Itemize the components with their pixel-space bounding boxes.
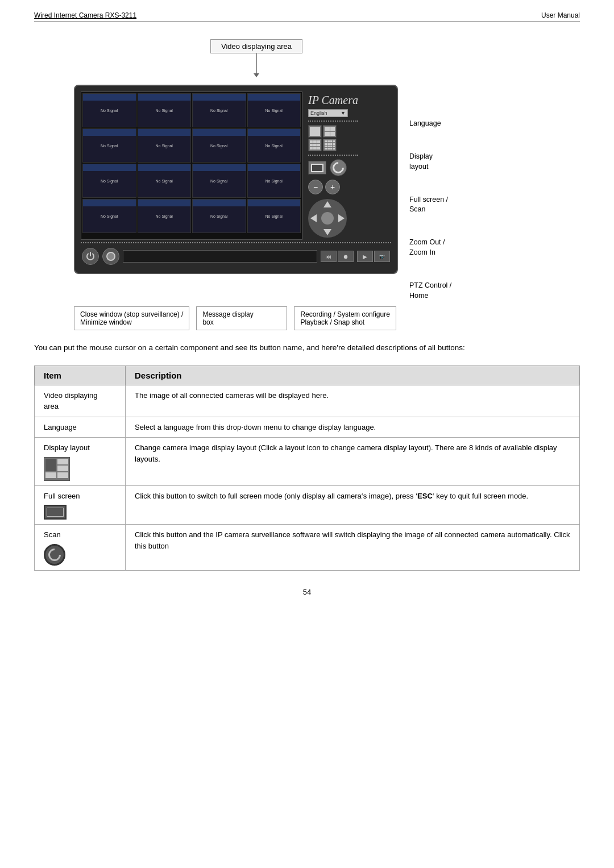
ptz-center xyxy=(321,212,334,225)
scan-icon xyxy=(44,544,65,566)
bottom-controls: ⏮ ⏺ ▶ 📷 xyxy=(81,246,391,267)
ui-with-labels: No Signal No Signal No Signal No Signal … xyxy=(74,85,540,301)
rec-button[interactable]: ⏺ xyxy=(338,251,354,262)
table-description-cell: The image of all connected cameras will … xyxy=(126,385,580,417)
camera-cell: No Signal xyxy=(247,199,301,233)
bottom-annotations: Close window (stop surveillance) /Minimi… xyxy=(74,306,540,330)
page-number: 54 xyxy=(34,588,580,596)
power-icon xyxy=(86,252,95,261)
ui-right-panel: IP Camera English ▼ xyxy=(306,92,360,240)
ptz-down-arrow xyxy=(323,229,331,235)
separator xyxy=(308,121,358,122)
camera-cell: No Signal xyxy=(82,199,136,233)
camera-cell: No Signal xyxy=(138,93,192,127)
page-header: Wired Internet Camera RXS-3211 User Manu… xyxy=(34,11,580,22)
camera-grid: No Signal No Signal No Signal No Signal … xyxy=(81,92,302,240)
col-description-header: Description xyxy=(126,366,580,385)
full-screen-scan-annotation: Full screen /Scan xyxy=(409,195,451,215)
layout-btn-1[interactable] xyxy=(308,125,322,138)
table-item-cell: Scan xyxy=(35,525,126,571)
display-layout-annotation: Displaylayout xyxy=(409,152,451,172)
camera-cell: No Signal xyxy=(138,128,192,163)
table-row: Video displayingareaThe image of all con… xyxy=(35,385,580,417)
layout-btn-16[interactable] xyxy=(323,139,337,151)
camera-cell: No Signal xyxy=(82,128,136,163)
language-dropdown[interactable]: English ▼ xyxy=(308,109,348,117)
table-header-row: Item Description xyxy=(35,366,580,385)
table-row: Full screenClick this button to switch t… xyxy=(35,485,580,525)
ptz-annotation: PTZ Control /Home xyxy=(409,281,451,301)
ip-camera-title: IP Camera xyxy=(308,94,358,107)
description-text: You can put the mouse cursor on a certai… xyxy=(34,342,580,354)
diagram-section: Video displaying area No Signal No Signa… xyxy=(74,39,540,330)
camera-cell: No Signal xyxy=(82,164,136,198)
right-annotations: Language Displaylayout Full screen /Scan… xyxy=(398,85,451,301)
ptz-control[interactable] xyxy=(308,199,347,238)
zoom-in-button[interactable]: + xyxy=(325,180,340,194)
header-manual: User Manual xyxy=(541,11,580,19)
bottom-label-recording: Recording / System configurePlayback / S… xyxy=(294,306,396,330)
play-button[interactable]: ▶ xyxy=(357,251,373,262)
snapshot-button[interactable]: 📷 xyxy=(374,251,390,262)
table-row: ScanClick this button and the IP camera … xyxy=(35,525,580,571)
ui-mockup: No Signal No Signal No Signal No Signal … xyxy=(74,85,398,274)
playback-controls: ⏮ ⏺ xyxy=(321,251,354,262)
table-description-cell: Select a language from this drop-down me… xyxy=(126,417,580,438)
table-item-cell: Display layout xyxy=(35,438,126,486)
camera-cell: No Signal xyxy=(192,164,246,198)
layout-buttons xyxy=(308,125,358,151)
fullscreen-button[interactable] xyxy=(308,161,326,175)
layout-btn-9[interactable] xyxy=(308,139,322,151)
message-display-box xyxy=(123,250,317,263)
callout-arrow xyxy=(254,73,259,77)
table-description-cell: Change camera image display layout (Clic… xyxy=(126,438,580,486)
camera-cell: No Signal xyxy=(247,93,301,127)
table-description-cell: Click this button and the IP camera surv… xyxy=(126,525,580,571)
layout-icon xyxy=(44,457,70,481)
settings-button[interactable] xyxy=(102,248,119,265)
table-item-cell: Full screen xyxy=(35,485,126,525)
camera-cell: No Signal xyxy=(138,164,192,198)
camera-cell: No Signal xyxy=(192,93,246,127)
snapshot-controls: ▶ 📷 xyxy=(357,251,390,262)
table-row: Display layoutChange camera image displa… xyxy=(35,438,580,486)
callout-line xyxy=(256,53,257,73)
fullscreen-icon xyxy=(44,505,67,520)
table-body: Video displayingareaThe image of all con… xyxy=(35,385,580,570)
language-annotation: Language xyxy=(409,119,451,129)
camera-cell: No Signal xyxy=(247,128,301,163)
ui-top-row: No Signal No Signal No Signal No Signal … xyxy=(81,92,391,240)
camera-cell: No Signal xyxy=(138,199,192,233)
camera-cell: No Signal xyxy=(192,128,246,163)
bottom-label-close: Close window (stop surveillance) /Minimi… xyxy=(74,306,189,330)
features-table: Item Description Video displayingareaThe… xyxy=(34,366,580,571)
power-button[interactable] xyxy=(82,248,99,265)
zoom-out-button[interactable]: − xyxy=(308,180,323,194)
zoom-annotation: Zoom Out /Zoom In xyxy=(409,238,451,258)
camera-cell: No Signal xyxy=(247,164,301,198)
table-item-cell: Language xyxy=(35,417,126,438)
table-row: LanguageSelect a language from this drop… xyxy=(35,417,580,438)
ptz-right-arrow xyxy=(338,214,345,222)
fullscreen-scan-row xyxy=(308,159,358,176)
ptz-left-arrow xyxy=(310,214,317,222)
header-title: Wired Internet Camera RXS-3211 xyxy=(34,11,136,19)
video-area-label: Video displaying area xyxy=(210,39,302,53)
bottom-separator xyxy=(81,242,391,243)
layout-btn-4[interactable] xyxy=(323,125,337,138)
table-description-cell: Click this button to switch to full scre… xyxy=(126,485,580,525)
table-item-cell: Video displayingarea xyxy=(35,385,126,417)
bottom-label-message: Message displaybox xyxy=(196,306,287,330)
zoom-buttons: − + xyxy=(308,180,358,194)
camera-cell: No Signal xyxy=(192,199,246,233)
camera-cell: No Signal xyxy=(82,93,136,127)
ptz-up-arrow xyxy=(323,201,331,207)
separator2 xyxy=(308,155,358,156)
mockup-wrapper: No Signal No Signal No Signal No Signal … xyxy=(74,85,398,274)
scan-button[interactable] xyxy=(330,159,347,176)
col-item-header: Item xyxy=(35,366,126,385)
prev-button[interactable]: ⏮ xyxy=(321,251,337,262)
